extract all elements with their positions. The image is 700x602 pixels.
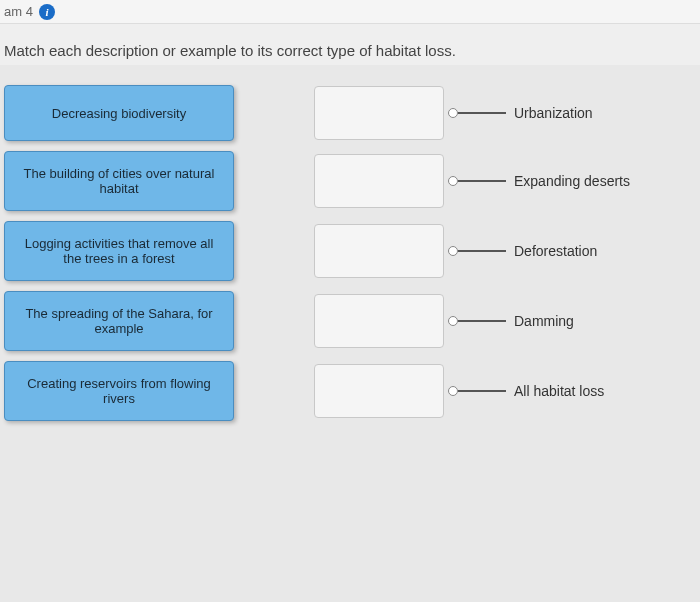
info-icon[interactable]: i xyxy=(39,4,55,20)
connector-line-icon xyxy=(458,112,506,114)
connector xyxy=(448,176,506,186)
connector-node-icon xyxy=(448,316,458,326)
connector-node-icon xyxy=(448,246,458,256)
connector-line-icon xyxy=(458,250,506,252)
connector-node-icon xyxy=(448,176,458,186)
connector xyxy=(448,246,506,256)
connector-node-icon xyxy=(448,386,458,396)
target-label: Deforestation xyxy=(514,243,597,259)
connector xyxy=(448,108,506,118)
source-card[interactable]: Logging activities that remove all the t… xyxy=(4,221,234,281)
source-card[interactable]: Creating reservoirs from flowing rivers xyxy=(4,361,234,421)
connector xyxy=(448,386,506,396)
connector-node-icon xyxy=(448,108,458,118)
target-label: All habitat loss xyxy=(514,383,604,399)
drop-slot[interactable] xyxy=(314,294,444,348)
target-label: Urbanization xyxy=(514,105,593,121)
source-card[interactable]: Decreasing biodiversity xyxy=(4,85,234,141)
connector-line-icon xyxy=(458,390,506,392)
question-instruction: Match each description or example to its… xyxy=(0,24,700,65)
drop-slot[interactable] xyxy=(314,224,444,278)
top-bar: am 4 i xyxy=(0,0,700,24)
source-card[interactable]: The building of cities over natural habi… xyxy=(4,151,234,211)
target-label: Damming xyxy=(514,313,574,329)
connector-line-icon xyxy=(458,320,506,322)
connector-line-icon xyxy=(458,180,506,182)
source-card[interactable]: The spreading of the Sahara, for example xyxy=(4,291,234,351)
drop-slot[interactable] xyxy=(314,364,444,418)
connector xyxy=(448,316,506,326)
target-label: Expanding deserts xyxy=(514,173,630,189)
drop-slot[interactable] xyxy=(314,154,444,208)
drop-slot[interactable] xyxy=(314,86,444,140)
matching-area: Decreasing biodiversity Urbanization The… xyxy=(0,65,700,421)
breadcrumb: am 4 xyxy=(4,4,33,19)
